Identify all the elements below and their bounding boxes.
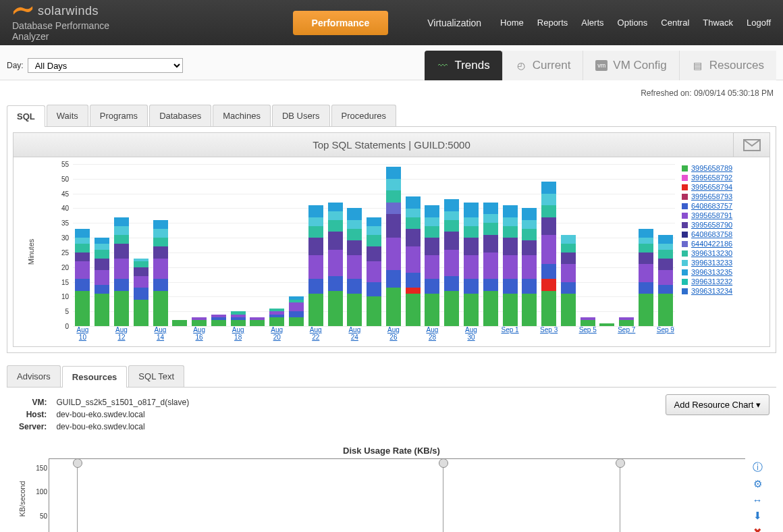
lower-tab-sql-text[interactable]: SQL Text <box>128 365 184 387</box>
day-select[interactable]: All Days <box>28 58 183 73</box>
xtick-aug-30[interactable]: Aug 30 <box>462 326 481 340</box>
dim-tab-procedures[interactable]: Procedures <box>331 105 396 126</box>
bar-sep-8[interactable] <box>637 164 656 326</box>
bar-sep-2[interactable] <box>520 164 539 326</box>
bar-sep-7[interactable] <box>617 164 637 326</box>
dim-tab-sql[interactable]: SQL <box>7 105 45 127</box>
performance-pill[interactable]: Performance <box>293 11 389 35</box>
bar-aug-19[interactable] <box>248 164 267 326</box>
legend-item-3996313235[interactable]: 3996313235 <box>682 268 763 276</box>
legend-item-3995658794[interactable]: 3995658794 <box>682 183 763 191</box>
lower-tab-advisors[interactable]: Advisors <box>7 365 61 387</box>
bar-aug-11[interactable] <box>92 164 112 326</box>
legend-item-3996313232[interactable]: 3996313232 <box>682 277 763 286</box>
bar-aug-10[interactable] <box>73 164 92 326</box>
bar-aug-21[interactable] <box>287 164 306 326</box>
tab-resources[interactable]: ▤ Resources <box>679 51 776 80</box>
legend-item-3995658792[interactable]: 3995658792 <box>682 174 763 182</box>
legend-item-3995658791[interactable]: 3995658791 <box>682 211 763 219</box>
dim-tab-waits[interactable]: Waits <box>47 105 88 126</box>
close-icon[interactable]: ✖ <box>753 526 762 532</box>
bar-aug-30[interactable] <box>462 164 481 326</box>
lower-tabs: AdvisorsResourcesSQL Text <box>7 365 776 388</box>
bar-aug-15[interactable] <box>170 164 190 326</box>
legend-item-3995658793[interactable]: 3995658793 <box>682 192 763 201</box>
disk-area-chart[interactable] <box>49 458 745 532</box>
bar-aug-17[interactable] <box>209 164 228 326</box>
bar-sep-4[interactable] <box>559 164 578 326</box>
bar-aug-31[interactable] <box>481 164 500 326</box>
legend-item-3996313234[interactable]: 3996313234 <box>682 287 763 295</box>
legend-item-3995658790[interactable]: 3995658790 <box>682 221 763 229</box>
nav-logoff[interactable]: Logoff <box>747 18 771 28</box>
xtick-aug-20[interactable]: Aug 20 <box>267 326 287 340</box>
xtick-aug-16[interactable]: Aug 16 <box>190 326 209 340</box>
legend-item-6408683758[interactable]: 6408683758 <box>682 230 763 238</box>
bar-aug-26[interactable] <box>384 164 404 326</box>
bar-sep-6[interactable] <box>597 164 617 326</box>
dim-tab-db-users[interactable]: DB Users <box>272 105 330 126</box>
chart-marker-0[interactable] <box>77 459 78 532</box>
resize-horiz-icon[interactable]: ↔ <box>753 494 763 506</box>
dim-tab-machines[interactable]: Machines <box>213 105 271 126</box>
nav-options[interactable]: Options <box>618 18 648 28</box>
virtualization-pill[interactable]: Virtualization <box>408 11 500 35</box>
bar-aug-12[interactable] <box>112 164 132 326</box>
xtick-aug-28[interactable]: Aug 28 <box>423 326 442 340</box>
nav-central[interactable]: Central <box>661 18 689 28</box>
email-icon[interactable] <box>733 133 770 157</box>
bar-aug-27[interactable] <box>403 164 423 326</box>
tab-trends[interactable]: 〰 Trends <box>425 51 502 80</box>
download-icon[interactable]: ⬇ <box>753 510 762 522</box>
xtick-sep-3[interactable]: Sep 3 <box>539 326 559 340</box>
bar-aug-14[interactable] <box>151 164 170 326</box>
xtick-sep-1[interactable]: Sep 1 <box>500 326 520 340</box>
nav-home[interactable]: Home <box>500 18 524 28</box>
nav-reports[interactable]: Reports <box>537 18 568 28</box>
bar-aug-22[interactable] <box>306 164 325 326</box>
bar-sep-9[interactable] <box>655 164 675 326</box>
bar-sep-1[interactable] <box>500 164 520 326</box>
add-resource-chart-button[interactable]: Add Resource Chart ▾ <box>666 394 770 415</box>
dim-tab-databases[interactable]: Databases <box>149 105 211 126</box>
chart-marker-1[interactable] <box>443 459 443 532</box>
info-icon[interactable]: ⓘ <box>753 461 763 474</box>
xtick-aug-26[interactable]: Aug 26 <box>384 326 404 340</box>
bar-aug-18[interactable] <box>228 164 248 326</box>
legend-item-3996313230[interactable]: 3996313230 <box>682 249 763 257</box>
legend-item-6440422186[interactable]: 6440422186 <box>682 240 763 248</box>
xtick-sep-9[interactable]: Sep 9 <box>655 326 675 340</box>
panel-title: Top SQL Statements | GUILD:5000 <box>313 139 470 151</box>
tab-vmconfig[interactable]: vm VM Config <box>583 51 678 80</box>
bar-sep-3[interactable] <box>539 164 559 326</box>
legend-item-3996313233[interactable]: 3996313233 <box>682 259 763 267</box>
trends-icon: 〰 <box>437 60 449 71</box>
bar-aug-24[interactable] <box>345 164 364 326</box>
bar-aug-29[interactable] <box>442 164 462 326</box>
bar-aug-16[interactable] <box>190 164 209 326</box>
bar-sep-5[interactable] <box>578 164 597 326</box>
bar-aug-23[interactable] <box>325 164 345 326</box>
bar-aug-28[interactable] <box>423 164 442 326</box>
xtick-aug-10[interactable]: Aug 10 <box>73 326 92 340</box>
xtick-aug-22[interactable]: Aug 22 <box>306 326 325 340</box>
xtick-aug-12[interactable]: Aug 12 <box>112 326 132 340</box>
gear-icon[interactable]: ⚙ <box>753 478 762 490</box>
bar-aug-20[interactable] <box>267 164 287 326</box>
chart-ylabel: Minutes <box>27 239 35 265</box>
xtick-aug-24[interactable]: Aug 24 <box>345 326 364 340</box>
dim-tab-programs[interactable]: Programs <box>90 105 148 126</box>
xtick-sep-7[interactable]: Sep 7 <box>617 326 637 340</box>
bar-aug-25[interactable] <box>364 164 384 326</box>
chart-marker-2[interactable] <box>620 459 620 532</box>
xtick-aug-14[interactable]: Aug 14 <box>151 326 170 340</box>
xtick-aug-18[interactable]: Aug 18 <box>228 326 248 340</box>
nav-alerts[interactable]: Alerts <box>581 18 603 28</box>
tab-current[interactable]: ◴ Current <box>502 51 583 80</box>
nav-thwack[interactable]: Thwack <box>703 18 733 28</box>
legend-item-3995658789[interactable]: 3995658789 <box>682 164 763 172</box>
lower-tab-resources[interactable]: Resources <box>62 366 127 388</box>
xtick-sep-5[interactable]: Sep 5 <box>578 326 597 340</box>
bar-aug-13[interactable] <box>131 164 151 326</box>
legend-item-6408683757[interactable]: 6408683757 <box>682 202 763 210</box>
